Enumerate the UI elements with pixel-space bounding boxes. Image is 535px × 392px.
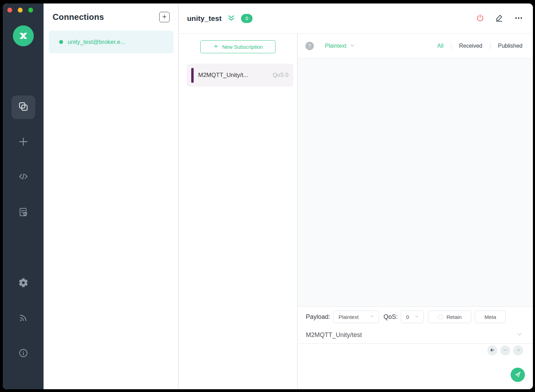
connections-panel: Connections unity_test@broker.e... [44, 3, 179, 389]
qos-label: QoS: [383, 313, 398, 321]
payload-format-value: Plaintext [339, 314, 359, 320]
minus-icon [502, 347, 508, 354]
connection-name: unity_test@broker.e... [68, 39, 125, 46]
plus-icon [17, 136, 29, 149]
retain-radio-icon [438, 314, 443, 320]
rss-icon [18, 313, 28, 324]
sidebar [3, 3, 44, 389]
app-window: Connections unity_test@broker.e... unity… [3, 3, 533, 389]
info-icon [18, 348, 29, 360]
subscription-qos: QoS 0 [269, 72, 288, 78]
disconnect-button[interactable] [476, 14, 484, 23]
header-actions [476, 14, 523, 24]
subscription-topic: M2MQTT_Unity/t... [198, 72, 248, 79]
retain-toggle[interactable]: Retain [428, 311, 471, 323]
arrow-left-icon [489, 347, 495, 354]
publish-options-row: Payload: Plaintext QoS: 0 [298, 307, 533, 327]
tab-received[interactable]: Received [451, 43, 490, 49]
topic-input[interactable] [306, 331, 517, 339]
history-forward-button[interactable] [513, 345, 523, 355]
new-subscription-label: New Subscription [222, 44, 263, 50]
payload-label: Payload: [306, 313, 330, 321]
edit-pencil-icon [495, 14, 504, 23]
history-buttons [487, 345, 523, 355]
qos-value: 0 [406, 314, 409, 320]
subscription-color-marker [191, 68, 194, 83]
mqttx-logo [13, 25, 34, 46]
subscriptions-panel: New Subscription M2MQTT_Unity/t... QoS 0 [179, 34, 298, 389]
paper-plane-icon [514, 371, 521, 379]
collapse-panel-button[interactable] [227, 14, 235, 23]
help-icon[interactable]: ? [305, 42, 314, 50]
tab-all[interactable]: All [429, 43, 451, 49]
double-chevron-down-icon [227, 14, 235, 23]
meta-button[interactable]: Meta [475, 311, 506, 323]
tab-published[interactable]: Published [490, 43, 522, 49]
topic-row [298, 327, 533, 343]
mqttx-logo-icon [17, 30, 29, 42]
connections-title: Connections [53, 12, 104, 22]
traffic-lights [7, 8, 33, 13]
sidebar-item-new-connection[interactable] [3, 131, 44, 154]
content-area: New Subscription M2MQTT_Unity/t... QoS 0… [179, 34, 533, 389]
main-panel: unity_test 0 [179, 3, 533, 389]
sidebar-item-connections[interactable] [3, 95, 44, 119]
send-button[interactable] [511, 368, 525, 382]
connections-icon [18, 101, 29, 113]
messages-panel: ? Plaintext All Received [298, 34, 533, 389]
arrow-right-icon [515, 347, 521, 354]
ellipsis-icon [514, 14, 523, 24]
edit-connection-button[interactable] [495, 14, 504, 23]
connection-list-item[interactable]: unity_test@broker.e... [49, 31, 173, 53]
chevron-down-icon [370, 314, 374, 320]
qos-select[interactable]: 0 [401, 311, 424, 323]
publish-panel: Payload: Plaintext QoS: 0 [298, 306, 533, 389]
messages-toolbar: ? Plaintext All Received [298, 34, 533, 58]
new-subscription-button[interactable]: New Subscription [200, 40, 276, 53]
chevron-down-icon [414, 314, 419, 320]
more-options-button[interactable] [514, 14, 523, 24]
zoom-window-button[interactable] [28, 8, 33, 13]
connection-status-dot [59, 40, 63, 44]
message-count-badge: 0 [241, 14, 253, 23]
sidebar-item-scripts[interactable] [3, 165, 44, 189]
new-connection-button[interactable] [159, 12, 170, 22]
log-file-icon [18, 207, 29, 219]
gear-icon [18, 277, 29, 289]
connections-panel-header: Connections [44, 3, 178, 22]
code-icon [18, 171, 29, 183]
payload-format-select[interactable]: Plaintext [333, 311, 379, 323]
history-back-button[interactable] [487, 345, 497, 355]
connection-title: unity_test [187, 14, 222, 23]
chevron-down-icon [350, 43, 355, 49]
message-editor[interactable] [298, 343, 533, 389]
message-format-select[interactable]: Plaintext [325, 43, 355, 49]
chevron-down-icon[interactable] [517, 331, 522, 339]
sidebar-item-logs[interactable] [3, 201, 44, 225]
plus-icon [213, 44, 219, 50]
sidebar-item-about[interactable] [3, 342, 44, 366]
sidebar-item-updates[interactable] [3, 306, 44, 330]
sidebar-item-settings[interactable] [3, 272, 44, 295]
subscription-item[interactable]: M2MQTT_Unity/t... QoS 0 [187, 64, 293, 87]
history-new-button[interactable] [500, 345, 510, 355]
minimize-window-button[interactable] [18, 8, 23, 13]
power-icon [476, 14, 484, 23]
retain-label: Retain [447, 314, 462, 320]
close-window-button[interactable] [7, 8, 12, 13]
plus-square-icon [162, 14, 167, 21]
message-format-value: Plaintext [325, 43, 346, 49]
message-filter-tabs: All Received Published [429, 42, 522, 50]
connection-header: unity_test 0 [179, 3, 533, 34]
message-list-area [298, 58, 533, 306]
